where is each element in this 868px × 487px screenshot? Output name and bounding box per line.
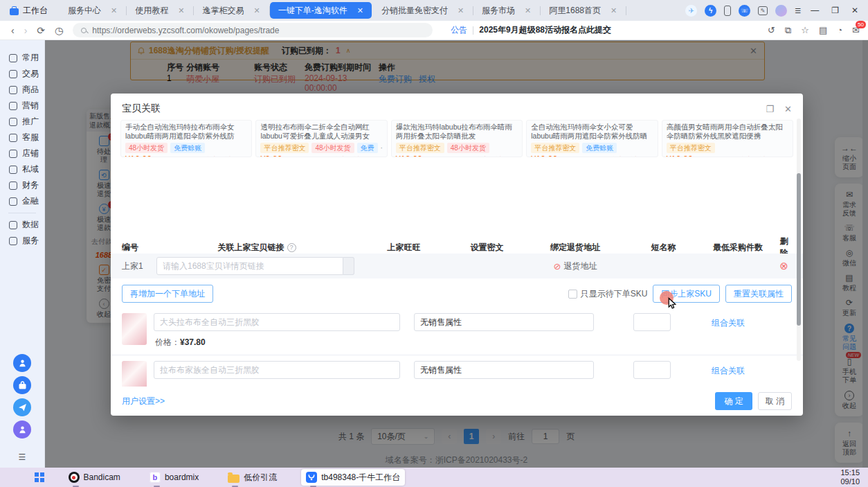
product-card[interactable]: 高颜值男女晴雨两用伞自动折叠太阳伞防晒防紫外线黑胶遮阳便携 平台推荐密文 ¥16…: [662, 120, 793, 157]
sku-attr-input[interactable]: [414, 361, 594, 379]
sidebar-item-services[interactable]: 服务: [0, 233, 44, 249]
close-icon[interactable]: ✕: [111, 6, 117, 15]
announcement[interactable]: 公告 2025年9月超级88活动报名点此提交: [451, 24, 611, 36]
headset-service-icon[interactable]: ☏: [739, 5, 750, 17]
clock-icon[interactable]: ◔: [837, 25, 842, 35]
hamburger-icon[interactable]: ☰: [0, 452, 44, 462]
user-settings-link[interactable]: 用户设置>>: [122, 396, 165, 407]
app-icon-contact[interactable]: [13, 420, 31, 439]
sidebar-item-goods[interactable]: 商品: [0, 82, 44, 98]
sidebar-item-common[interactable]: 常用: [0, 50, 44, 66]
checkbox[interactable]: [568, 290, 577, 299]
app-icon-bag[interactable]: [13, 376, 31, 394]
paper-plane-icon[interactable]: ✈: [685, 5, 697, 17]
sidebar-item-private-domain[interactable]: 私域: [0, 161, 44, 177]
cancel-button[interactable]: 取 消: [758, 392, 792, 410]
tab-service-center[interactable]: 服务中心✕: [60, 2, 125, 19]
tab-batch-pay[interactable]: 分销批量免密支付✕: [373, 2, 472, 19]
taskbar-clock[interactable]: 15:1509/10: [840, 468, 860, 486]
tab-one-key-order-active[interactable]: 一键下单-逸淘软件✕: [270, 2, 372, 19]
restore-button[interactable]: ❐: [831, 6, 839, 15]
modal-close-icon[interactable]: ✕: [784, 104, 792, 114]
taskbar-item-boardmix[interactable]: bboardmix: [145, 469, 204, 486]
modal-actions-row: 再增加一个下单地址 只显示待下单SKU 同步上家SKU 重置关联属性: [111, 278, 803, 309]
back-button[interactable]: ‹: [11, 26, 15, 35]
titlebar-icons: ✈ ϟ ☏ ✎ ☰: [685, 5, 801, 17]
close-icon[interactable]: ✕: [253, 6, 260, 15]
phone-icon[interactable]: [724, 6, 731, 16]
refresh-plugin-icon[interactable]: ↺: [768, 25, 775, 35]
sku-name-input[interactable]: [154, 361, 400, 379]
modal-scrollbar[interactable]: [797, 173, 801, 326]
min-purchase-input[interactable]: [633, 313, 671, 331]
sidebar-item-trade[interactable]: 交易: [0, 66, 44, 82]
only-pending-sku-checkbox[interactable]: 只显示待下单SKU: [568, 288, 648, 300]
screen: 工作台 服务中心✕ 使用教程✕ 逸掌柜交易✕ 一键下单-逸淘软件✕ 分销批量免密…: [0, 0, 868, 487]
taskbar-item-folder[interactable]: 低价引流: [223, 469, 282, 486]
sidebar-item-marketing[interactable]: 营销: [0, 98, 44, 114]
menu-icon[interactable]: ☰: [795, 7, 801, 15]
close-icon[interactable]: ✕: [525, 6, 531, 15]
page-icon[interactable]: ▤: [819, 25, 827, 35]
reload-button[interactable]: ⟳: [37, 26, 45, 35]
product-card[interactable]: 手动全自动泡泡玛特拉布布雨伞女labubu晴雨两用遮阳伞防紫外线防 48小时发货…: [120, 120, 252, 157]
min-purchase-input[interactable]: [633, 361, 671, 379]
tab-yizhanggui-trade[interactable]: 逸掌柜交易✕: [194, 2, 268, 19]
sku-name-input[interactable]: [154, 313, 400, 331]
tab-1688-home[interactable]: 阿里1688首页✕: [541, 2, 625, 19]
qianniu-flash-icon[interactable]: ϟ: [705, 5, 716, 17]
reset-link-attr-button[interactable]: 重置关联属性: [725, 285, 792, 303]
mail-icon[interactable]: ✉50: [852, 25, 860, 35]
star-bookmark-icon[interactable]: ☆: [801, 25, 809, 35]
close-button[interactable]: ✕: [851, 6, 858, 15]
avatar[interactable]: [775, 5, 787, 17]
note-edit-icon[interactable]: ✎: [758, 6, 768, 15]
product-card[interactable]: 全自动泡泡玛特雨伞女小众可爱labubu晴雨两用遮阳伞防紫外线防晒 平台推荐密文…: [526, 120, 658, 157]
combo-link[interactable]: 组合关联: [712, 317, 745, 329]
close-icon[interactable]: ✕: [357, 6, 363, 15]
close-icon[interactable]: ✕: [611, 6, 617, 15]
sidebar-item-fund[interactable]: 金融: [0, 193, 44, 209]
sidebar-item-promotion[interactable]: 推广: [0, 114, 44, 130]
start-button[interactable]: [35, 472, 44, 482]
add-order-address-button[interactable]: 再增加一个下单地址: [122, 285, 213, 303]
sidebar-item-data[interactable]: 数据: [0, 217, 44, 233]
address-bar[interactable]: https://orderwebs.yzcsoft.com/okoweb/pag…: [73, 23, 433, 37]
app-icon-person[interactable]: [13, 354, 31, 372]
confirm-button[interactable]: 确 定: [715, 392, 752, 410]
tab-tutorial[interactable]: 使用教程✕: [127, 2, 192, 19]
bind-return-address[interactable]: ⊘退货地址: [523, 260, 627, 272]
modal-maximize-icon[interactable]: ❐: [766, 104, 774, 114]
product-card[interactable]: 爆款泡泡玛特labubu拉布布雨伞晴雨两用折叠太阳伞防晒批发 平台推荐密文48小…: [391, 120, 523, 157]
sku-attr-input[interactable]: [414, 313, 594, 331]
delete-row-icon[interactable]: ⊗: [776, 260, 792, 272]
forward-button[interactable]: ›: [24, 26, 28, 35]
help-icon[interactable]: ?: [287, 243, 296, 252]
app-icon-plane[interactable]: [13, 398, 31, 416]
copy-icon[interactable]: ⧉: [785, 25, 791, 36]
announce-text[interactable]: 2025年9月超级88活动报名点此提交: [479, 24, 611, 36]
product-card[interactable]: 透明拉布布雨伞二折伞全自动网红labubu可爱折叠儿童成人动漫男女 平台推荐密文…: [255, 120, 387, 157]
close-icon[interactable]: ✕: [178, 6, 184, 15]
minimize-button[interactable]: —: [811, 6, 819, 15]
taskbar-item-qianniu[interactable]: tb498348-千牛工作台: [301, 469, 405, 486]
close-icon[interactable]: ✕: [458, 6, 464, 15]
more-tags-icon: ···: [381, 144, 383, 152]
input-suffix[interactable]: [343, 257, 354, 275]
tag: 平台推荐密文: [667, 143, 715, 153]
grid-icon: [9, 237, 17, 245]
link-table-header: 编号 关联上家宝贝链接? 上家旺旺 设置密文 绑定退货地址 短名称 最低采购件数…: [111, 236, 803, 254]
taskbar-item-bandicam[interactable]: Bandicam: [64, 469, 125, 486]
supplier-link-input[interactable]: [156, 257, 343, 275]
combo-link[interactable]: 组合关联: [712, 365, 745, 377]
sidebar-item-shop[interactable]: 店铺: [0, 145, 44, 161]
tab-service-market[interactable]: 服务市场✕: [473, 2, 539, 19]
modal-footer: 用户设置>> 确 定 取 消: [111, 387, 803, 416]
history-icon[interactable]: ◷: [55, 26, 63, 35]
workbench-app-label[interactable]: 工作台: [10, 5, 48, 17]
supplier-row: 上家1 ⊘退货地址 ⊗: [111, 254, 803, 278]
sidebar-item-customer-service[interactable]: 客服: [0, 130, 44, 145]
url-text: https://orderwebs.yzcsoft.com/okoweb/pag…: [92, 26, 279, 35]
tag: 48小时发货: [311, 143, 354, 153]
sidebar-item-finance[interactable]: 财务: [0, 177, 44, 193]
